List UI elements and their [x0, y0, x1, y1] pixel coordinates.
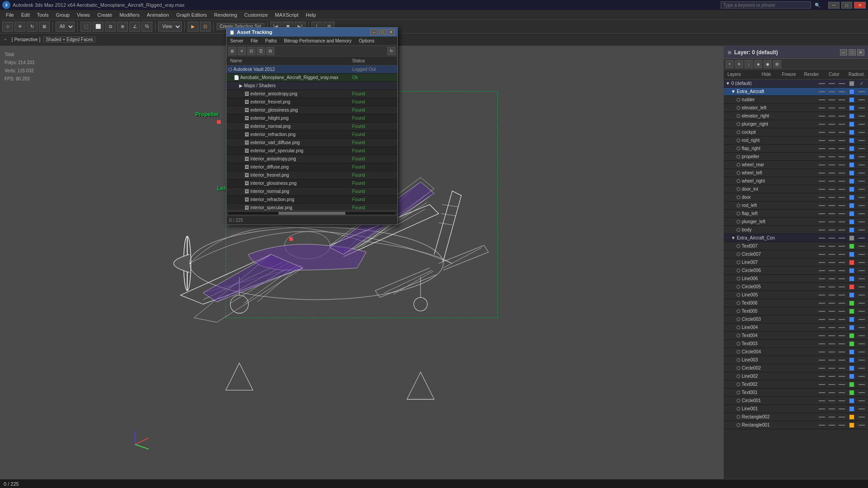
layer-render-ctrl[interactable] — [837, 316, 846, 323]
layer-freeze-ctrl[interactable] — [827, 186, 836, 193]
layer-freeze-ctrl[interactable] — [827, 243, 836, 250]
asset-tool-5[interactable]: ⊟ — [266, 47, 274, 55]
layer-freeze-ctrl[interactable] — [827, 153, 836, 160]
menu-graph-editors[interactable]: Graph Editors — [173, 11, 211, 19]
layer-color-ctrl[interactable] — [847, 161, 856, 169]
layer-freeze-ctrl[interactable] — [827, 340, 836, 347]
layer-render-ctrl[interactable] — [837, 405, 846, 413]
layer-freeze-ctrl[interactable] — [827, 283, 836, 291]
layer-hide-ctrl[interactable] — [817, 202, 826, 209]
layer-freeze-ctrl[interactable] — [827, 422, 836, 429]
layer-color-ctrl[interactable] — [847, 422, 856, 429]
layer-render-ctrl[interactable] — [837, 397, 846, 404]
layer-hide-ctrl[interactable] — [817, 113, 826, 120]
layer-color-ctrl[interactable] — [847, 169, 856, 177]
layer-hide-ctrl[interactable] — [817, 251, 826, 258]
layer-row[interactable]: ⬡ elevator_right — [724, 112, 868, 120]
asset-row[interactable]: 🖼 exterior_anisotropy.pngFound — [226, 90, 397, 98]
layer-row[interactable]: ⬡ Text002 — [724, 380, 868, 389]
asset-refresh-btn[interactable]: ↻ — [387, 47, 396, 55]
asset-row[interactable]: 🖼 interior_glossiness.pngFound — [226, 179, 397, 188]
asset-tool-3[interactable]: ⊡ — [247, 47, 255, 55]
layer-row[interactable]: ⬡ Text007 — [724, 242, 868, 250]
view-dropdown[interactable]: View — [158, 22, 182, 32]
layer-render-ctrl[interactable] — [837, 88, 846, 95]
layer-radiost-ctrl[interactable] — [857, 153, 866, 160]
layer-color-ctrl[interactable] — [847, 357, 856, 364]
asset-row[interactable]: 🖼 interior_anisotropy.pngFound — [226, 155, 397, 163]
layer-radiost-ctrl[interactable] — [857, 397, 866, 404]
layer-color-ctrl[interactable] — [847, 218, 856, 225]
layer-render-ctrl[interactable] — [837, 365, 846, 372]
layer-hide-ctrl[interactable] — [817, 283, 826, 291]
layer-color-ctrl[interactable] — [847, 243, 856, 250]
layer-radiost-ctrl[interactable] — [857, 226, 866, 234]
layer-freeze-ctrl[interactable] — [827, 291, 836, 299]
layer-hide-ctrl[interactable] — [817, 291, 826, 299]
layer-render-ctrl[interactable] — [837, 275, 846, 282]
layer-hide-ctrl[interactable] — [817, 104, 826, 112]
layer-color-ctrl[interactable] — [847, 332, 856, 339]
layer-hide-ctrl[interactable] — [817, 275, 826, 282]
layer-render-ctrl[interactable] — [837, 235, 846, 242]
asset-row[interactable]: 🖼 interior_normal.pngFound — [226, 188, 397, 196]
layer-row[interactable]: ⬡ door_int — [724, 185, 868, 193]
layer-hide-ctrl[interactable] — [817, 365, 826, 372]
layer-render-ctrl[interactable] — [837, 80, 846, 87]
layer-color-ctrl[interactable] — [847, 275, 856, 282]
layer-radiost-ctrl[interactable] — [857, 259, 866, 266]
layer-color-ctrl[interactable] — [847, 291, 856, 299]
layer-radiost-ctrl[interactable] — [857, 129, 866, 136]
layer-hide-ctrl[interactable] — [817, 88, 826, 95]
layer-row[interactable]: ⬡ Circle001 — [724, 397, 868, 405]
layer-freeze-ctrl[interactable] — [827, 300, 836, 307]
layer-row[interactable]: ⬡ wheel_left — [724, 169, 868, 177]
layer-delete-btn[interactable]: ✕ — [735, 60, 743, 68]
asset-menu-server[interactable]: Server — [226, 38, 247, 44]
layers-close-btn[interactable]: ✕ — [857, 49, 864, 56]
layer-radiost-ctrl[interactable] — [857, 422, 866, 429]
layer-row[interactable]: ▼ 0 (default)✓ — [724, 80, 868, 88]
layer-freeze-ctrl[interactable] — [827, 389, 836, 396]
layer-render-ctrl[interactable] — [837, 243, 846, 250]
layer-color-ctrl[interactable] — [847, 340, 856, 347]
layer-row[interactable]: ⬡ Line005 — [724, 291, 868, 299]
layer-render-ctrl[interactable] — [837, 251, 846, 258]
asset-row[interactable]: 🖼 exterior_fresnel.pngFound — [226, 98, 397, 106]
asset-row[interactable]: 🖼 interior_diffuse.pngFound — [226, 163, 397, 171]
layer-hide-ctrl[interactable] — [817, 96, 826, 103]
layer-row[interactable]: ⬡ cockpit — [724, 128, 868, 136]
layer-radiost-ctrl[interactable] — [857, 235, 866, 242]
layer-render-ctrl[interactable] — [837, 186, 846, 193]
asset-row[interactable]: 🖼 exterior_normal.pngFound — [226, 122, 397, 131]
layer-freeze-ctrl[interactable] — [827, 275, 836, 282]
layer-row[interactable]: ⬡ door — [724, 193, 868, 202]
asset-row[interactable]: 🖼 exterior_glossiness.pngFound — [226, 106, 397, 114]
asset-menu-bitmap[interactable]: Bitmap Performance and Memory — [280, 38, 355, 44]
layer-color-ctrl[interactable] — [847, 381, 856, 388]
layer-radiost-ctrl[interactable] — [857, 104, 866, 112]
layer-freeze-ctrl[interactable] — [827, 324, 836, 331]
layer-render-ctrl[interactable] — [837, 357, 846, 364]
move-tool[interactable]: ✛ — [14, 22, 25, 32]
layer-render-ctrl[interactable] — [837, 96, 846, 103]
layer-render-ctrl[interactable] — [837, 413, 846, 421]
layer-render-ctrl[interactable] — [837, 332, 846, 339]
layer-radiost-ctrl[interactable] — [857, 178, 866, 185]
layer-radiost-ctrl[interactable] — [857, 251, 866, 258]
layer-render-ctrl[interactable] — [837, 283, 846, 291]
layer-row[interactable]: ⬡ Circle006 — [724, 267, 868, 275]
layer-row[interactable]: ⬡ wheel_rear — [724, 161, 868, 169]
scale-tool[interactable]: ⊠ — [39, 22, 50, 32]
layer-row[interactable]: ⬡ propeller — [724, 153, 868, 161]
layer-freeze-ctrl[interactable] — [827, 210, 836, 217]
layer-row[interactable]: ⬡ Circle007 — [724, 250, 868, 258]
asset-row[interactable]: ▶ Maps / Shaders — [226, 82, 397, 90]
menu-tools[interactable]: Tools — [33, 11, 52, 19]
asset-minimize-btn[interactable]: ─ — [370, 29, 377, 35]
layer-render-ctrl[interactable] — [837, 300, 846, 307]
layer-row[interactable]: ⬡ Line001 — [724, 405, 868, 413]
layer-freeze-ctrl[interactable] — [827, 381, 836, 388]
layer-color-ctrl[interactable] — [847, 186, 856, 193]
asset-row[interactable]: 🖼 exterior_varl_specular.pngFound — [226, 147, 397, 155]
